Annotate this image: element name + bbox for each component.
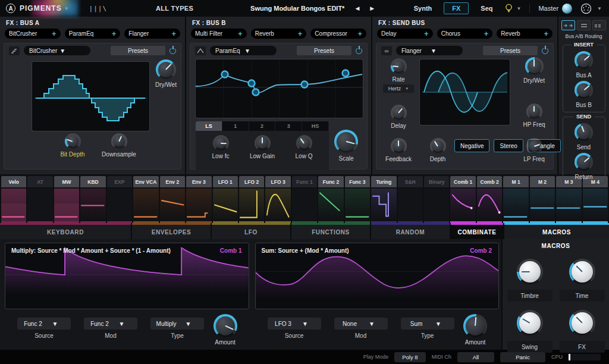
add-fx-icon[interactable]: + — [298, 30, 303, 37]
mod-source-exp[interactable]: EXP — [107, 176, 132, 223]
add-fx-icon[interactable]: + — [357, 30, 362, 37]
chevron-down-icon[interactable]: ▼ — [64, 6, 69, 11]
mod-source-thumbnail[interactable] — [107, 189, 132, 221]
return-level-knob[interactable] — [575, 153, 593, 171]
mod-source-thumbnail[interactable] — [503, 189, 528, 221]
hp-freq-knob[interactable] — [526, 103, 542, 120]
mod-source-label[interactable]: Comb 1 — [450, 176, 475, 187]
add-fx-icon[interactable]: + — [112, 30, 117, 37]
mod-source-label[interactable]: Func 3 — [345, 176, 370, 187]
add-fx-icon[interactable]: + — [238, 30, 243, 37]
mod-source-thumbnail[interactable] — [27, 189, 52, 221]
mod-source-label[interactable]: Velo — [1, 176, 26, 187]
comb-2-mod-select[interactable]: None▼ — [334, 318, 388, 330]
mod-source-label[interactable]: S&H — [398, 176, 423, 187]
mod-source-mw[interactable]: MW — [54, 176, 79, 223]
preset-types-button[interactable]: ALL TYPES — [156, 5, 193, 12]
bus-a-slot-3[interactable]: Flanger+ — [124, 29, 180, 39]
bus-b-slot-2[interactable]: Reverb+ — [251, 29, 307, 39]
mod-source-lfo-1[interactable]: LFO 1 — [213, 176, 238, 223]
negative-toggle[interactable]: Negative — [454, 139, 489, 152]
low-fc-knob[interactable] — [213, 135, 229, 151]
mod-source-kbd[interactable]: KBD — [80, 176, 105, 223]
midi-din-icon[interactable] — [580, 3, 592, 14]
mod-source-s-h[interactable]: S&H — [398, 176, 423, 223]
tab-seq[interactable]: Seq — [477, 3, 496, 14]
routing-mode-parallel-button[interactable] — [577, 20, 591, 30]
mod-source-thumbnail[interactable] — [556, 189, 581, 221]
mod-source-func-2[interactable]: Func 2 — [318, 176, 343, 223]
preset-name[interactable]: Swung Modular Bongos EDIT* — [250, 5, 344, 12]
parameq-display[interactable] — [196, 59, 363, 118]
mod-source-label[interactable]: LFO 1 — [213, 176, 238, 187]
add-fx-icon[interactable]: + — [484, 30, 489, 37]
tips-bulb-icon[interactable] — [505, 4, 513, 13]
tab-keyboard[interactable]: KEYBOARD — [0, 223, 131, 239]
fx-type-select[interactable]: Flanger▼ — [396, 46, 463, 55]
mod-source-turing[interactable]: Turing — [371, 176, 396, 223]
presets-button[interactable]: Presets — [297, 46, 351, 55]
band-hs[interactable]: HS — [302, 121, 329, 131]
mod-source-label[interactable]: M 2 — [530, 176, 555, 187]
bit-depth-knob[interactable] — [65, 133, 81, 149]
feedback-knob[interactable] — [391, 138, 407, 154]
comb-1-type-select[interactable]: Multiply▼ — [150, 318, 204, 330]
band-3[interactable]: 3 — [275, 121, 302, 131]
next-preset-icon[interactable]: ▶ — [370, 5, 374, 11]
mod-source-thumbnail[interactable] — [54, 189, 79, 221]
routing-mode-series-button[interactable] — [561, 20, 575, 30]
rate-knob[interactable] — [391, 58, 407, 74]
mod-source-thumbnail[interactable] — [160, 189, 185, 221]
comb-2-source-select[interactable]: LFO 3▼ — [268, 318, 321, 330]
power-icon[interactable] — [542, 48, 548, 54]
midi-ch-select[interactable]: All — [457, 352, 495, 362]
mod-source-thumbnail[interactable] — [80, 189, 105, 221]
panic-button[interactable]: Panic — [500, 352, 545, 362]
mod-source-label[interactable]: MW — [54, 176, 79, 187]
tab-random[interactable]: RANDOM — [371, 223, 450, 239]
dry-wet-knob[interactable] — [525, 57, 544, 76]
mod-source-label[interactable]: Turing — [371, 176, 396, 187]
mod-source-thumbnail[interactable] — [186, 189, 211, 221]
tab-envelopes[interactable]: ENVELOPES — [132, 223, 211, 239]
bus-b-slot-3[interactable]: Compressor+ — [310, 29, 366, 39]
mod-source-binary[interactable]: Binary — [424, 176, 449, 223]
comb-1-source-select[interactable]: Func 2▼ — [17, 318, 71, 330]
low-gain-knob[interactable] — [255, 135, 271, 151]
mod-source-m-1[interactable]: M 1 — [503, 176, 528, 223]
mod-source-lfo-2[interactable]: LFO 2 — [239, 176, 264, 223]
mod-source-thumbnail[interactable] — [398, 189, 423, 221]
mod-source-lfo-3[interactable]: LFO 3 — [265, 176, 290, 223]
lp-freq-knob[interactable] — [526, 138, 542, 154]
mod-source-env-2[interactable]: Env 2 — [160, 176, 185, 223]
mod-source-func-3[interactable]: Func 3 — [345, 176, 370, 223]
add-fx-icon[interactable]: + — [544, 30, 548, 37]
presets-button[interactable]: Presets — [111, 46, 165, 55]
mod-source-thumbnail[interactable] — [583, 189, 608, 221]
power-icon[interactable] — [356, 48, 362, 54]
mod-source-label[interactable]: AT — [27, 176, 52, 187]
delay-knob[interactable] — [391, 105, 407, 121]
low-q-knob[interactable] — [296, 135, 312, 151]
mod-source-thumbnail[interactable] — [292, 189, 317, 221]
mod-source-thumbnail[interactable] — [1, 189, 26, 221]
mod-source-thumbnail[interactable] — [133, 189, 158, 221]
add-fx-icon[interactable]: + — [424, 30, 429, 37]
routing-mode-split-button[interactable] — [592, 20, 606, 30]
send-slot-2[interactable]: Chorus+ — [437, 29, 493, 39]
tab-lfo[interactable]: LFO — [212, 223, 290, 239]
bus-a-slot-1[interactable]: BitCrusher+ — [5, 29, 61, 39]
send-level-knob[interactable] — [575, 123, 593, 142]
presets-button[interactable]: Presets — [483, 46, 538, 55]
mod-source-thumbnail[interactable] — [318, 189, 343, 221]
timbre-knob[interactable] — [517, 259, 543, 285]
mod-source-comb-1[interactable]: Comb 1 — [450, 176, 475, 223]
mod-source-label[interactable]: EXP — [107, 176, 132, 187]
mod-source-velo[interactable]: Velo — [1, 176, 26, 223]
mod-source-thumbnail[interactable] — [213, 189, 238, 221]
brand-title[interactable]: PIGMENTS — [20, 4, 62, 12]
downsample-knob[interactable] — [111, 133, 127, 149]
mod-source-label[interactable]: Env 3 — [186, 176, 211, 187]
mod-source-m-2[interactable]: M 2 — [530, 176, 555, 223]
mod-source-label[interactable]: LFO 2 — [239, 176, 264, 187]
